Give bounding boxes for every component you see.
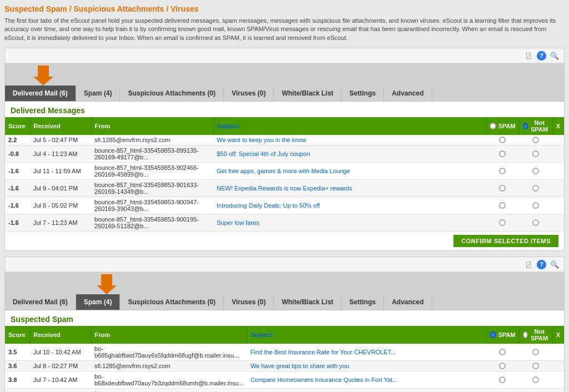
cell-notspam-radio[interactable] — [519, 214, 552, 232]
cell-x — [552, 389, 563, 392]
cell-from: bounce-857_html-335459853-900195-260169-… — [91, 214, 213, 232]
cell-x — [552, 163, 563, 180]
tab-spam[interactable]: Spam (4) — [76, 86, 121, 101]
cell-notspam-radio[interactable] — [519, 389, 552, 392]
not-spam-radio-icon — [523, 123, 528, 129]
cell-subject: Super low fares — [213, 214, 486, 232]
cell-spam-radio[interactable] — [486, 371, 519, 389]
cell-received: Jul 7 - 11:23 AM — [30, 214, 91, 232]
tab2-delivered-mail[interactable]: Delivered Mail (6) — [5, 294, 76, 310]
cell-spam-radio[interactable] — [486, 344, 519, 361]
cell-x — [552, 361, 563, 371]
tab2-viruses[interactable]: Viruses (0) — [224, 294, 274, 310]
cell-subject: Compare Homeowners Insurance Quotes in F… — [247, 371, 486, 389]
cell-notspam-radio[interactable] — [519, 344, 552, 361]
cell-score: -1.6 — [5, 197, 30, 214]
col-not-spam: Not SPAM — [519, 117, 552, 135]
tab2-spam[interactable]: Spam (4) — [76, 294, 121, 310]
table-row: -1.6 Jul 7 - 11:23 AM bounce-857_html-33… — [5, 214, 564, 232]
col2-x: X — [552, 326, 563, 344]
table-row: 3.5 Jul 10 - 10:42 AM bo-b685ghabfbwd70a… — [5, 344, 564, 361]
panel2-table: Score Received From Subject SPAM Not SPA — [5, 326, 564, 392]
tab-advanced[interactable]: Advanced — [384, 86, 432, 101]
panel1-confirm-button[interactable]: CONFIRM SELECTED ITEMS — [453, 235, 558, 247]
cell-subject: We have great tips to share with you — [247, 361, 486, 371]
tab2-settings[interactable]: Settings — [342, 294, 384, 310]
panel1-arrow-row — [5, 63, 564, 86]
filter-icon-2[interactable]: ⍁ — [523, 259, 533, 269]
cell-received: Jul 8 - 05:02 PM — [30, 197, 91, 214]
cell-received: Jul 8 - 10:42 AM — [30, 389, 91, 392]
cell-x — [552, 214, 563, 232]
help-icon-2[interactable]: ? — [537, 260, 546, 269]
search-icon[interactable]: 🔍 — [550, 51, 560, 61]
cell-spam-radio[interactable] — [486, 145, 519, 163]
cell-subject: Find the Best Insurance Rate for Your CH… — [247, 344, 486, 361]
cell-spam-radio[interactable] — [486, 197, 519, 214]
table-row: 2.2 Jul 5 - 02:47 PM sfi.1285@envfrm.rsy… — [5, 135, 564, 145]
col2-score: Score — [5, 326, 30, 344]
cell-x — [552, 180, 563, 197]
cell-from: bo-b68v9tgbfbwd70auy75hwqddm68uma@b.mail… — [91, 389, 247, 392]
tab-viruses[interactable]: Viruses (0) — [224, 86, 274, 101]
cell-received: Jul 5 - 02:47 PM — [30, 135, 91, 145]
table-row: 3.6 Jul 8 - 02:27 PM sfi.1285@envfrm.rsy… — [5, 361, 564, 371]
col2-subject: Subject — [247, 326, 486, 344]
cell-received: Jul 10 - 10:42 AM — [30, 344, 91, 361]
col2-spam: SPAM — [486, 326, 519, 344]
cell-x — [552, 197, 563, 214]
cell-from: bounce-857_html-335459853-900947-260169-… — [91, 197, 213, 214]
col2-received: Received — [30, 326, 91, 344]
tab2-advanced[interactable]: Advanced — [384, 294, 432, 310]
cell-notspam-radio[interactable] — [519, 135, 552, 145]
cell-x — [552, 135, 563, 145]
filter-icon[interactable]: ⍁ — [523, 51, 533, 61]
cell-spam-radio[interactable] — [486, 214, 519, 232]
tab-white-black-list[interactable]: White/Black List — [274, 86, 342, 101]
cell-from: bo-b685ghabfbwd70auy6s5fqddm68ugf@b.mail… — [91, 344, 247, 361]
cell-received: Jul 7 - 10:42 AM — [30, 371, 91, 389]
cell-notspam-radio[interactable] — [519, 145, 552, 163]
cell-from: bounce-857_html-335459853-899135-260169-… — [91, 145, 213, 163]
panel1-table: Score Received From Subject SPAM Not SPA — [5, 117, 564, 232]
search-icon-2[interactable]: 🔍 — [550, 259, 560, 269]
cell-received: Jul 9 - 04:01 PM — [30, 180, 91, 197]
cell-notspam-radio[interactable] — [519, 371, 552, 389]
panel1-toolbar: ⍁ ? 🔍 — [5, 48, 564, 63]
col-spam: SPAM — [486, 117, 519, 135]
cell-notspam-radio[interactable] — [519, 163, 552, 180]
cell-received: Jul 8 - 02:27 PM — [30, 361, 91, 371]
cell-subject: We want to keep you in the know — [213, 135, 486, 145]
cell-from: bounce-857_html-335459853-902466-260169-… — [91, 163, 213, 180]
cell-notspam-radio[interactable] — [519, 361, 552, 371]
tab-delivered-mail[interactable]: Delivered Mail (6) — [5, 86, 76, 101]
col-received: Received — [30, 117, 91, 135]
tab2-white-black-list[interactable]: White/Black List — [274, 294, 342, 310]
table-row: -0.8 Jul 4 - 11:23 AM bounce-857_html-33… — [5, 145, 564, 163]
panel2-section-title: Suspected Spam — [5, 310, 564, 326]
cell-score: 3.5 — [5, 344, 30, 361]
cell-spam-radio[interactable] — [486, 163, 519, 180]
cell-spam-radio[interactable] — [486, 389, 519, 392]
cell-score: 3.6 — [5, 361, 30, 371]
tab-suspicious-attachments[interactable]: Suspicious Attachments (0) — [120, 86, 224, 101]
col-x: X — [552, 117, 563, 135]
cell-notspam-radio[interactable] — [519, 180, 552, 197]
cell-spam-radio[interactable] — [486, 361, 519, 371]
cell-from: bounce-857_html-335459853-901633-260169-… — [91, 180, 213, 197]
cell-score: -0.8 — [5, 145, 30, 163]
cell-received: Jul 11 - 11:59 AM — [30, 163, 91, 180]
panel2-arrow-row — [5, 272, 564, 294]
tab-settings[interactable]: Settings — [342, 86, 384, 101]
tab2-suspicious-attachments[interactable]: Suspicious Attachments (0) — [120, 294, 224, 310]
panel2-tab-bar: Delivered Mail (6) Spam (4) Suspicious A… — [5, 294, 564, 310]
spam-radio-icon — [490, 123, 496, 129]
cell-notspam-radio[interactable] — [519, 197, 552, 214]
panel1-confirm-row: CONFIRM SELECTED ITEMS — [5, 232, 564, 250]
cell-score: -1.6 — [5, 163, 30, 180]
cell-from: sfi.1285@envfrm.rsys2.com — [91, 135, 213, 145]
cell-score: 2.2 — [5, 135, 30, 145]
cell-spam-radio[interactable] — [486, 180, 519, 197]
cell-spam-radio[interactable] — [486, 135, 519, 145]
help-icon[interactable]: ? — [537, 51, 546, 61]
